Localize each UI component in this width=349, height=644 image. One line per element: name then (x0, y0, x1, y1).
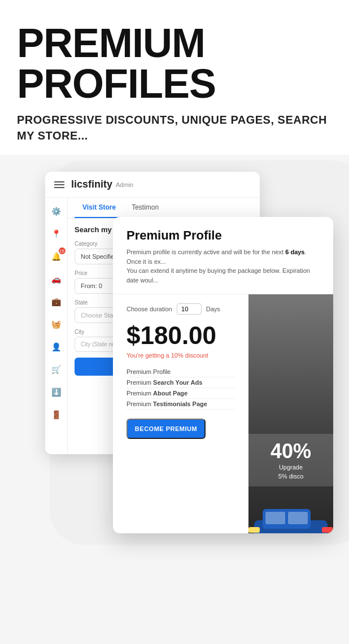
feature-item: Premium Testimonials Page (126, 399, 235, 410)
premium-body: Choose duration Days $180.00 You're gett… (113, 294, 333, 533)
discount-text: You're getting a 10% discount (126, 352, 235, 359)
car-svg (248, 486, 333, 533)
download-icon[interactable]: ⬇️ (50, 385, 63, 399)
notification-icon[interactable]: 🔔 15 (50, 250, 63, 263)
logout-icon[interactable]: 🚪 (50, 408, 63, 421)
admin-label: Admin (116, 181, 133, 188)
become-premium-button[interactable]: BECOME PREMIUM (126, 419, 206, 439)
duration-label: Choose duration (126, 306, 172, 312)
promo-disco: 5% disco (254, 472, 328, 481)
car-bg (248, 294, 333, 533)
hero-section: PREMIUM PROFILES PROGRESSIVE DISCOUNTS, … (0, 0, 349, 155)
feature-item: Premium Profile (126, 367, 235, 377)
sidebar: ⚙️ 📍 🔔 15 🚗 💼 🧺 👤 🛒 ⬇️ 🚪 (45, 198, 68, 453)
cart-icon[interactable]: 🛒 (50, 363, 63, 376)
duration-input[interactable] (177, 303, 202, 315)
location-icon[interactable]: 📍 (50, 227, 63, 241)
svg-rect-7 (288, 512, 308, 524)
promo-upgrade: Upgrade (254, 463, 328, 472)
days-label: Days (206, 306, 220, 312)
hero-subtitle: PROGRESSIVE DISCOUNTS, UNIQUE PAGES, SEA… (17, 112, 332, 143)
screenshots-container: licsfinity Admin ⚙️ 📍 🔔 15 🚗 💼 🧺 👤 🛒 ⬇️ … (0, 160, 349, 573)
price-display: $180.00 (126, 321, 235, 350)
svg-rect-6 (265, 512, 285, 524)
tab-visit-store[interactable]: Visit Store (75, 198, 124, 218)
briefcase-icon[interactable]: 💼 (50, 295, 63, 308)
premium-card: Premium Profile Premium profile is curre… (113, 217, 333, 533)
premium-card-title: Premium Profile (126, 228, 320, 243)
basket-icon[interactable]: 🧺 (50, 317, 63, 331)
premium-right: 40% Upgrade 5% disco (248, 294, 333, 533)
duration-row: Choose duration Days (126, 303, 235, 315)
settings-icon[interactable]: ⚙️ (50, 204, 63, 218)
svg-rect-8 (248, 527, 260, 533)
feature-item: Premium About Page (126, 388, 235, 399)
feature-item: Premium Search Your Ads (126, 377, 235, 388)
person-icon[interactable]: 👤 (50, 340, 63, 354)
promo-overlay: 40% Upgrade 5% disco (248, 434, 333, 486)
svg-rect-9 (322, 527, 333, 533)
car-icon[interactable]: 🚗 (50, 272, 63, 286)
premium-left: Choose duration Days $180.00 You're gett… (113, 294, 248, 533)
feature-list: Premium Profile Premium Search Your Ads … (126, 367, 235, 410)
premium-header-section: Premium Profile Premium profile is curre… (113, 217, 333, 294)
notification-badge: 15 (59, 247, 66, 254)
hero-title: PREMIUM PROFILES (17, 23, 332, 104)
hamburger-icon (54, 181, 64, 188)
tabs-row: Visit Store Testimon (68, 198, 260, 219)
promo-percent: 40% (254, 440, 328, 463)
premium-description: Premium profile is currently active and … (126, 247, 320, 285)
admin-logo: licsfinity (71, 179, 112, 190)
tab-testimonials[interactable]: Testimon (124, 198, 167, 218)
admin-header: licsfinity Admin (45, 172, 260, 198)
